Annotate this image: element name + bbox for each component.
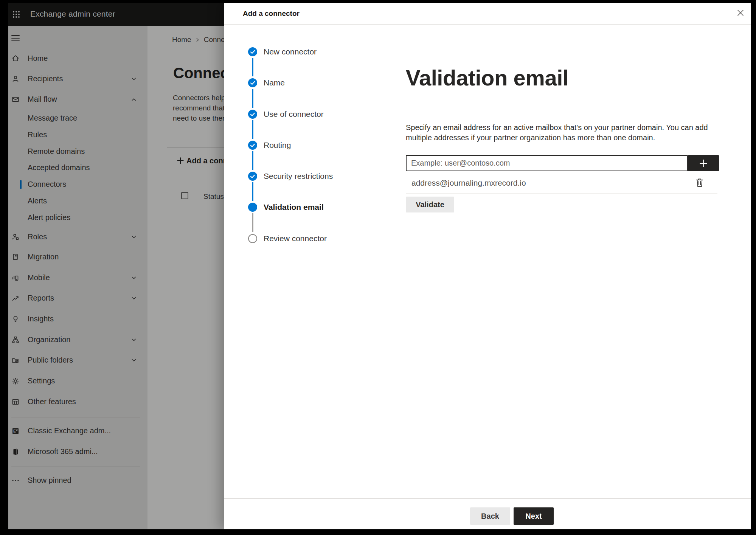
screenshot-root: { "app": { "title": "Exchange admin cent… xyxy=(0,0,756,535)
step-check-icon xyxy=(248,141,257,150)
step-label: New connector xyxy=(264,47,317,56)
add-address-button[interactable] xyxy=(688,155,719,171)
step-label: Validation email xyxy=(264,203,324,212)
delete-address-trash-icon[interactable] xyxy=(695,177,705,188)
step-label: Routing xyxy=(264,141,291,150)
step-connector-line xyxy=(252,89,253,108)
validation-description-line: Specify an email address for an active m… xyxy=(406,123,708,132)
next-button[interactable]: Next xyxy=(514,507,554,525)
step-check-icon xyxy=(248,78,257,87)
back-button[interactable]: Back xyxy=(470,507,510,525)
added-address-row: address@journaling.mxrecord.io xyxy=(406,177,717,189)
address-row-divider xyxy=(406,193,717,194)
step-connector-line xyxy=(252,120,253,139)
footer-divider xyxy=(224,498,751,499)
validate-button[interactable]: Validate xyxy=(406,197,454,212)
validation-description-line: multiple addresses if your partner organ… xyxy=(406,133,655,142)
step-connector-line xyxy=(252,58,253,76)
step-label: Security restrictions xyxy=(264,172,333,181)
steps-panel-divider xyxy=(380,25,380,498)
plus-icon xyxy=(699,160,708,166)
added-address-value: address@journaling.mxrecord.io xyxy=(411,178,526,188)
add-connector-modal: Add a connector New connectorNameUse of … xyxy=(224,3,751,529)
step-connector-line xyxy=(252,213,253,232)
step-circle-icon xyxy=(248,203,257,212)
step-page-heading: Validation email xyxy=(406,65,568,90)
modal-title: Add a connector xyxy=(243,9,300,18)
step-connector-line xyxy=(252,182,253,201)
close-icon[interactable] xyxy=(736,8,745,18)
validation-email-input[interactable] xyxy=(406,155,688,171)
step-label: Use of connector xyxy=(264,110,324,119)
step-label: Review connector xyxy=(264,234,327,243)
step-check-icon xyxy=(248,47,257,56)
step-label: Name xyxy=(264,78,285,87)
step-check-icon xyxy=(248,110,257,119)
step-connector-line xyxy=(252,151,253,170)
step-check-icon xyxy=(248,172,257,181)
modal-header-divider xyxy=(224,24,751,25)
app-window: Exchange admin center HomeRecipientsMail… xyxy=(8,3,751,529)
step-circle-icon xyxy=(248,234,257,243)
